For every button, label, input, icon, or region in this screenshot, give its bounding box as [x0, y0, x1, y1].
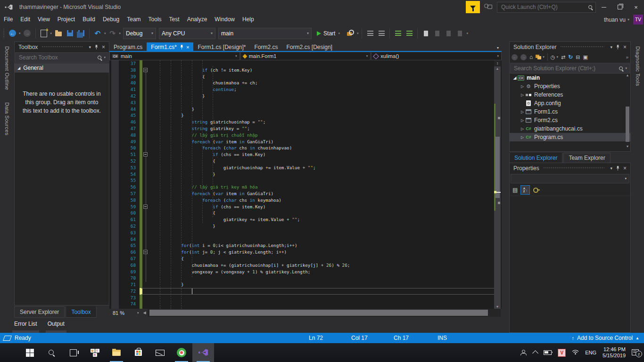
code-line-69[interactable]: vongxoay = (vongxoay + 1) % giatrikey.Le…: [149, 269, 494, 275]
switch-views-icon[interactable]: [536, 55, 541, 59]
taskbar-task-view-icon[interactable]: [62, 343, 84, 362]
new-project-icon[interactable]: [40, 29, 48, 38]
code-line-39[interactable]: {: [149, 74, 494, 80]
scroll-down-icon[interactable]: ▼: [494, 305, 501, 308]
find-in-files-icon[interactable]: [346, 29, 355, 38]
scroll-left-icon[interactable]: ◀: [143, 311, 146, 315]
open-file-icon[interactable]: [54, 29, 63, 38]
refresh-icon[interactable]: ↻: [568, 54, 573, 60]
window-tab-error-list[interactable]: Error List: [14, 321, 37, 330]
rail-tab-diagnostic-tools[interactable]: Diagnostic Tools: [635, 43, 641, 89]
fold-collapse-icon[interactable]: [143, 68, 148, 72]
close-button[interactable]: ×: [628, 1, 644, 13]
collapse-all-icon[interactable]: ⊟: [576, 54, 580, 60]
send-feedback-icon[interactable]: [484, 3, 492, 11]
expander-icon[interactable]: ◢: [512, 75, 517, 80]
editor-tab-form1-cs[interactable]: Form1.cs*×: [147, 42, 193, 52]
pin-icon[interactable]: [93, 45, 100, 49]
editor-tab-form2-cs-design[interactable]: Form2.cs [Design]: [282, 42, 337, 52]
code-line-54[interactable]: }: [149, 171, 494, 178]
undo-dropdown-icon[interactable]: ▾: [104, 32, 106, 35]
close-icon[interactable]: ×: [621, 44, 628, 50]
menu-project[interactable]: Project: [54, 14, 79, 25]
toolbar-overflow-icon[interactable]: »: [626, 55, 628, 60]
scrollbar-thumb[interactable]: [626, 107, 629, 142]
start-debugging-button[interactable]: Start ▾: [315, 28, 343, 39]
sync-with-active-document-icon[interactable]: ⇄: [561, 54, 565, 60]
code-line-57[interactable]: foreach (var item in GanGiaTri): [149, 190, 494, 197]
close-icon[interactable]: ×: [186, 44, 189, 50]
outlining-margin[interactable]: [143, 60, 149, 309]
taskbar-microsoft-store-icon[interactable]: [127, 343, 149, 362]
toolbox-group-general[interactable]: ◢ General: [15, 63, 109, 73]
tree-item-form1-cs[interactable]: ▷Form1.cs: [510, 107, 630, 116]
clock[interactable]: 12:46 PM 5/15/2019: [603, 346, 626, 359]
code-line-70[interactable]: [149, 275, 494, 281]
window-menu-icon[interactable]: ▾: [87, 45, 93, 49]
code-line-42[interactable]: }: [149, 93, 494, 99]
fold-collapse-icon[interactable]: [143, 250, 148, 254]
tree-scrollbar[interactable]: ▲ ▼: [625, 74, 630, 149]
solution-configuration-select[interactable]: Debug▾: [123, 28, 156, 39]
navigate-back-icon[interactable]: ←: [8, 29, 17, 38]
code-line-46[interactable]: string giatrichuoinhap = "";: [149, 119, 494, 125]
menu-build[interactable]: Build: [79, 14, 99, 25]
save-all-icon[interactable]: [77, 29, 85, 38]
type-dropdown[interactable]: main.Form1▾: [240, 52, 371, 60]
zoom-level-select[interactable]: 81 %: [109, 310, 137, 316]
fold-collapse-icon[interactable]: [143, 152, 148, 156]
panel-tab-toolbox[interactable]: Toolbox: [66, 306, 96, 318]
code-line-55[interactable]: [149, 177, 494, 184]
categorized-icon[interactable]: ▤: [512, 187, 518, 193]
expander-icon[interactable]: ▷: [520, 118, 525, 123]
code-editor[interactable]: 3738394041424344454647484950515253545556…: [109, 60, 494, 309]
code-line-58[interactable]: foreach (char chs in keymahoa): [149, 197, 494, 204]
window-tab-output[interactable]: Output: [48, 321, 65, 330]
v-tray-icon[interactable]: V: [558, 349, 566, 357]
editor-tab-form2-cs[interactable]: Form2.cs: [250, 42, 282, 52]
menu-window[interactable]: Window: [211, 14, 239, 25]
preview-selected-items-icon[interactable]: ▣: [583, 54, 587, 60]
notifications-flag-icon[interactable]: [466, 1, 480, 13]
expander-icon[interactable]: ▷: [520, 93, 525, 97]
menu-file[interactable]: File: [0, 14, 17, 25]
comment-selection-icon[interactable]: [366, 29, 374, 38]
code-line-37[interactable]: [149, 60, 494, 67]
code-line-68[interactable]: chuoimahoa += (giatrichuoinhap[i] + giat…: [149, 262, 494, 269]
taskbar-file-explorer-icon[interactable]: [106, 343, 127, 362]
rail-tab-data-sources[interactable]: Data Sources: [4, 99, 10, 138]
pin-icon[interactable]: [614, 166, 621, 171]
properties-header[interactable]: Properties ▾ ×: [510, 163, 630, 173]
code-line-73[interactable]: [149, 295, 494, 301]
editor-tab-form1-cs-design[interactable]: Form1.cs [Design]*: [193, 42, 250, 52]
undo-icon[interactable]: ↶: [93, 29, 102, 38]
code-line-59[interactable]: if (chs == item.Key): [149, 204, 494, 210]
splitter-handle-icon[interactable]: ↕: [494, 60, 501, 67]
panel-tab-team-explorer[interactable]: Team Explorer: [563, 153, 610, 163]
project-dropdown[interactable]: C# main▾: [109, 52, 240, 60]
scroll-up-icon[interactable]: ▲: [625, 74, 630, 77]
expander-icon[interactable]: ▷: [520, 110, 525, 114]
add-to-source-control-button[interactable]: ↑ Add to Source Control ▲: [572, 333, 640, 343]
code-line-49[interactable]: foreach (var item in GanGiaTri): [149, 139, 494, 145]
toolbar-grip[interactable]: [3, 28, 5, 39]
increase-indent-icon[interactable]: [405, 29, 413, 38]
tree-item-properties[interactable]: ▷⚙Properties: [510, 82, 630, 90]
menu-edit[interactable]: Edit: [17, 14, 34, 25]
toolbox-header[interactable]: Toolbox ▾ ×: [15, 42, 109, 52]
menu-debug[interactable]: Debug: [99, 14, 123, 25]
breakpoint-margin[interactable]: [111, 60, 119, 309]
tree-item-form2-cs[interactable]: ▷Form2.cs: [510, 116, 630, 124]
people-icon[interactable]: [520, 350, 527, 355]
code-line-53[interactable]: giatrichuoinhap += item.Value + "";: [149, 165, 494, 171]
quick-launch-input[interactable]: [500, 3, 588, 11]
editor-horizontal-scrollbar[interactable]: [148, 309, 501, 317]
search-options-icon[interactable]: ▾: [625, 66, 627, 70]
find-dropdown-icon[interactable]: ▾: [357, 32, 359, 35]
zoom-dropdown-icon[interactable]: ▾: [137, 311, 139, 315]
tab-list-dropdown-icon[interactable]: ▾: [497, 46, 502, 52]
signed-in-user[interactable]: thuan vu: [604, 16, 626, 23]
fold-collapse-icon[interactable]: [143, 205, 148, 209]
scrollbar-thumb[interactable]: [495, 137, 500, 198]
code-line-47[interactable]: string giatrikey = "";: [149, 125, 494, 132]
